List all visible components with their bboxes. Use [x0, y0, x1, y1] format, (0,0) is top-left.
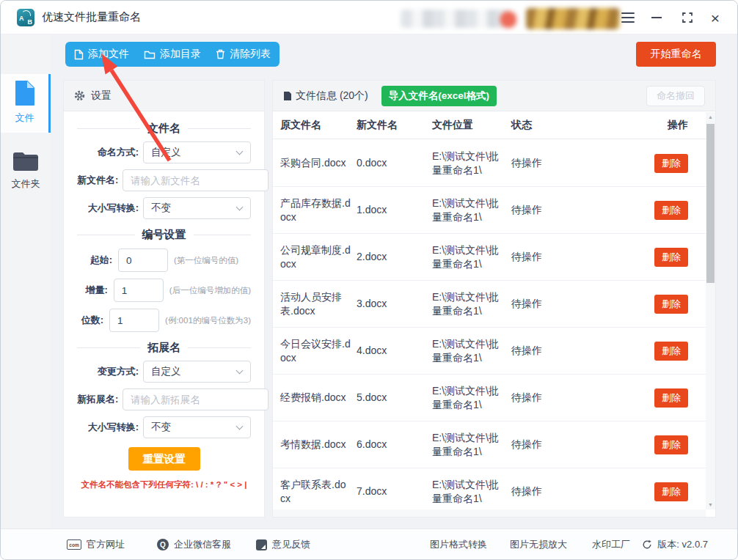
table-body: 采购合同.docx0.docxE:\测试文件\批量重命名1\待操作删除产品库存数…	[273, 140, 706, 509]
file-path: E:\测试文件\批量重命名1\	[432, 243, 505, 271]
maximize-icon	[681, 11, 694, 24]
table-row: 客户联系表.docx7.docxE:\测试文件\批量重命名1\待操作删除	[273, 468, 706, 509]
ext-case-value: 不变	[151, 421, 171, 434]
menu-icon[interactable]	[619, 10, 637, 26]
delete-button[interactable]: 删除	[654, 154, 688, 173]
col-action: 操作	[627, 118, 706, 132]
file-path: E:\测试文件\批量重命名1\	[432, 337, 505, 365]
new-ext-label: 新拓展名:	[77, 393, 118, 406]
settings-header-label: 设置	[91, 89, 112, 103]
app-window: A B 优速文件批量重命名 × 添加文件 添加目录	[0, 0, 738, 560]
sidebar-item-files[interactable]: 文件	[1, 74, 51, 133]
file-info-title: 文件信息 (20个)	[283, 89, 368, 103]
watermark-factory-link[interactable]: 水印工厂	[592, 529, 630, 560]
table-row: 产品库存数据.docx1.docxE:\测试文件\批量重命名1\待操作删除	[273, 187, 706, 234]
feedback-link[interactable]: 意见反馈	[256, 529, 310, 560]
file-path: E:\测试文件\批量重命名1\	[432, 196, 505, 224]
naming-mode-value: 自定义	[151, 146, 181, 159]
delete-button[interactable]: 删除	[654, 248, 688, 267]
new-filename: 4.docx	[357, 344, 426, 358]
official-site-link[interactable]: com 官方网址	[67, 529, 125, 560]
filename-case-select[interactable]: 不变	[143, 197, 251, 219]
sidebar-item-folders[interactable]: 文件夹	[1, 143, 51, 197]
scrollbar-thumb[interactable]	[706, 124, 715, 283]
table-header-bar: 文件信息 (20个) 导入文件名(excel格式) 命名撤回	[273, 81, 715, 111]
refresh-icon[interactable]	[642, 539, 652, 550]
redacted-badge-2[interactable]	[526, 8, 620, 29]
footer: com 官方网址 Q 企业微信客服 意见反馈 图片格式转换 图片无损放大 水印工…	[1, 528, 737, 559]
add-file-label: 添加文件	[88, 48, 129, 61]
import-excel-button[interactable]: 导入文件名(excel格式)	[381, 86, 497, 106]
digits-input[interactable]	[109, 309, 159, 332]
delete-button[interactable]: 删除	[654, 435, 688, 454]
maximize-button[interactable]	[679, 10, 696, 26]
delete-button[interactable]: 删除	[654, 482, 688, 501]
titlebar: A B 优速文件批量重命名 ×	[1, 1, 737, 34]
chevron-down-icon	[236, 204, 244, 211]
new-filename: 3.docx	[357, 297, 426, 311]
start-number-label: 起始:	[77, 254, 112, 267]
toolbar-button-group: 添加文件 添加目录 清除列表	[65, 42, 280, 67]
add-folder-button[interactable]: 添加目录	[144, 48, 201, 61]
naming-mode-label: 命名方式:	[77, 146, 139, 159]
ext-case-select[interactable]: 不变	[143, 416, 251, 438]
naming-mode-select[interactable]: 自定义	[143, 141, 251, 163]
old-filename: 经费报销.docx	[280, 391, 351, 405]
reset-settings-button[interactable]: 重置设置	[128, 447, 200, 471]
digits-label: 位数:	[77, 314, 103, 327]
start-number-input[interactable]	[118, 248, 168, 272]
status-label: 待操作	[511, 438, 621, 452]
wechat-service-link[interactable]: Q 企业微信客服	[157, 529, 231, 560]
sidebar-folders-label: 文件夹	[1, 177, 51, 191]
redacted-badge-1[interactable]	[401, 10, 516, 28]
increment-input[interactable]	[114, 279, 164, 302]
scroll-up-icon[interactable]: ▲	[706, 114, 715, 119]
delete-button[interactable]: 删除	[654, 295, 688, 314]
scroll-down-icon[interactable]: ▼	[706, 502, 715, 507]
old-filename: 客户联系表.docx	[280, 478, 351, 506]
table-column-header: 原文件名 新文件名 文件位置 状态 操作	[273, 111, 715, 139]
add-file-button[interactable]: 添加文件	[74, 48, 129, 61]
status-label: 待操作	[511, 344, 621, 358]
wechat-service-icon: Q	[157, 539, 169, 550]
new-filename: 2.docx	[357, 250, 426, 264]
table-row: 考情数据.docx6.docxE:\测试文件\批量重命名1\待操作删除	[273, 421, 706, 468]
version-label: 版本: v2.0.7	[657, 538, 708, 551]
image-lossless-zoom-link[interactable]: 图片无损放大	[510, 529, 567, 560]
close-button[interactable]: ×	[706, 10, 724, 26]
ext-mode-select[interactable]: 自定义	[143, 361, 251, 383]
invalid-chars-warning: 文件名不能包含下列任何字符: \ / : * ? " < > |	[77, 479, 251, 490]
undo-rename-button[interactable]: 命名撤回	[646, 86, 705, 106]
file-icon	[74, 49, 84, 60]
file-path: E:\测试文件\批量重命名1\	[432, 431, 505, 459]
trash-icon	[216, 49, 225, 59]
add-folder-label: 添加目录	[160, 48, 201, 61]
status-label: 待操作	[511, 297, 621, 311]
old-filename: 采购合同.docx	[280, 156, 351, 170]
section-filename: 文件名	[77, 122, 251, 136]
delete-button[interactable]: 删除	[654, 388, 688, 408]
delete-button[interactable]: 删除	[654, 342, 688, 361]
folder-dark-icon	[12, 150, 40, 172]
file-info-icon	[283, 91, 292, 101]
filename-case-label: 大小写转换:	[77, 202, 139, 215]
app-logo-icon: A B	[17, 9, 34, 26]
wechat-service-label: 企业微信客服	[174, 538, 231, 551]
clear-list-button[interactable]: 清除列表	[216, 48, 271, 61]
start-rename-button[interactable]: 开始重命名	[636, 42, 716, 67]
file-table-panel: 文件信息 (20个) 导入文件名(excel格式) 命名撤回 原文件名 新文件名…	[272, 80, 716, 517]
image-format-convert-link[interactable]: 图片格式转换	[430, 529, 487, 560]
status-label: 待操作	[511, 250, 621, 264]
minimize-button[interactable]	[648, 10, 665, 26]
chevron-down-icon	[236, 423, 244, 430]
delete-button[interactable]: 删除	[654, 201, 688, 220]
new-ext-input[interactable]	[123, 388, 268, 410]
official-site-label: 官方网址	[87, 538, 125, 551]
logo-letter-a: A	[19, 15, 24, 22]
status-label: 待操作	[511, 391, 621, 405]
feedback-label: 意见反馈	[272, 538, 310, 551]
action-cell: 删除	[627, 295, 706, 314]
settings-panel: 设置 文件名 命名方式: 自定义 新文件名: 大小写转换: 不变	[63, 80, 265, 517]
com-icon: com	[67, 539, 81, 550]
new-filename-input[interactable]	[123, 169, 268, 191]
